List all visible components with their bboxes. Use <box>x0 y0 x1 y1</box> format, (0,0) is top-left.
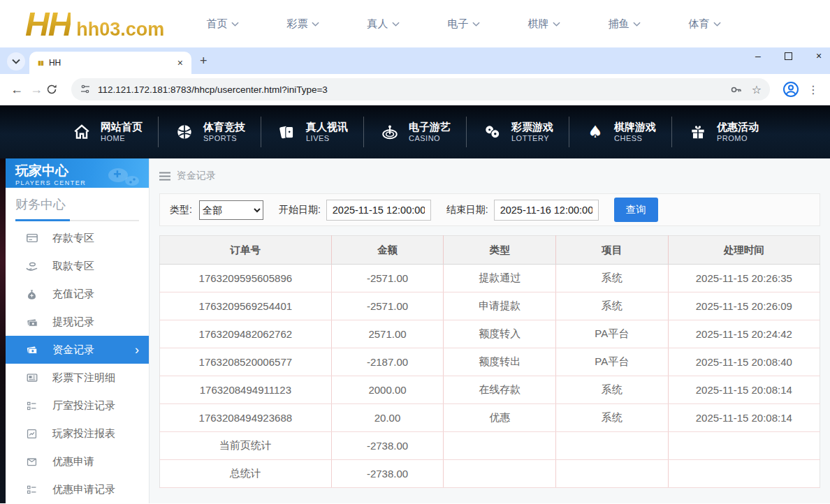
top-nav-item-chess[interactable]: 棋牌 <box>527 17 560 31</box>
money-bag-icon <box>25 288 38 301</box>
profile-avatar-icon[interactable] <box>782 81 799 98</box>
address-bar-actions: ☆ <box>730 83 762 96</box>
page-content: 玩家中心 PLAYERS CENTER 财务中心 存款专区 取款专区 充值记录 <box>0 158 830 503</box>
reload-icon <box>46 84 57 95</box>
sidebar-item-recharge-records[interactable]: 充值记录 <box>6 280 149 308</box>
tab-favicon: ▮▮ <box>38 59 43 66</box>
gamepad-icon <box>103 163 143 188</box>
top-nav-item-fishing[interactable]: 捕鱼 <box>608 17 641 31</box>
minimize-button[interactable]: – <box>752 50 764 61</box>
lottery-balls-icon <box>482 121 503 142</box>
banknote-icon <box>25 343 38 357</box>
top-nav-item-live[interactable]: 真人 <box>367 17 400 31</box>
main-nav-chess[interactable]: ♠ 棋牌游戏CHESS <box>569 121 671 144</box>
sidebar-item-room-bet-records[interactable]: 厅室投注记录 <box>6 392 149 420</box>
sidebar-item-deposit-zone[interactable]: 存款专区 <box>6 224 149 252</box>
sidebar-item-funds-records[interactable]: 资金记录 › <box>6 336 149 364</box>
reload-button[interactable] <box>46 84 66 95</box>
table-row-page-total: 当前页统计-2738.00 <box>160 432 820 460</box>
newspaper-icon <box>25 371 38 385</box>
start-date-input[interactable] <box>326 200 431 221</box>
sidebar-item-withdrawal-records[interactable]: 提现记录 <box>6 308 149 336</box>
sidebar-item-promo-apply-records[interactable]: 优惠申请记录 <box>6 475 149 503</box>
hamburger-icon <box>159 172 170 181</box>
search-button[interactable]: 查询 <box>614 198 658 222</box>
bookmark-star-icon[interactable]: ☆ <box>752 83 762 96</box>
list-icon <box>25 483 38 496</box>
funds-table: 订单号 金额 类型 项目 处理时间 1763209595605896-2571.… <box>159 235 820 488</box>
main-nav-lives[interactable]: 真人视讯LIVES <box>261 121 363 144</box>
password-key-icon[interactable] <box>730 84 742 96</box>
chevron-down-icon <box>633 22 641 27</box>
tab-title: HH <box>49 58 175 68</box>
browser-tab[interactable]: ▮▮ HH × <box>29 52 191 74</box>
sidebar-item-lottery-bet-details[interactable]: 彩票下注明细 <box>6 364 149 392</box>
type-select[interactable]: 全部 <box>199 200 263 220</box>
site-logo[interactable]: HH hh03.com <box>25 5 164 43</box>
logo-hh-text: HH <box>25 5 71 43</box>
sidebar-item-player-bet-report[interactable]: 玩家投注报表 <box>6 420 149 447</box>
playing-cards-icon <box>277 121 298 142</box>
tab-close-icon[interactable]: × <box>175 57 186 68</box>
sidebar-item-promo-apply[interactable]: 优惠申请 <box>6 447 149 475</box>
forward-button[interactable]: → <box>27 82 46 97</box>
site-header: HH hh03.com 首页 彩票 真人 电子 棋牌 捕鱼 体育 <box>0 0 830 47</box>
coupon-icon <box>25 455 38 468</box>
top-nav-item-sports[interactable]: 体育 <box>688 17 721 31</box>
browser-tab-strip: ▮▮ HH × + – × <box>0 47 830 74</box>
chevron-down-icon <box>472 22 480 27</box>
end-date-input[interactable] <box>494 200 599 221</box>
players-center-header: 玩家中心 PLAYERS CENTER <box>6 158 149 188</box>
chevron-down-icon <box>312 22 319 27</box>
url-text: 112.121.172.181:8783/hhcp/usercenter.htm… <box>98 84 328 95</box>
site-info-icon[interactable] <box>80 84 91 95</box>
table-row: 1763208520006577-2187.00额度转出PA平台2025-11-… <box>160 348 820 376</box>
top-nav-item-lottery[interactable]: 彩票 <box>286 17 319 31</box>
col-header-project: 项目 <box>555 236 668 265</box>
site-main-nav: 网站首页HOME 体育竞技SPORTS 真人视讯LIVES 电子游艺CASINO… <box>0 105 830 158</box>
sidebar-item-withdraw-zone[interactable]: 取款专区 <box>6 252 149 280</box>
main-nav-promo[interactable]: 优惠活动PROMO <box>672 121 774 144</box>
chevron-down-icon <box>12 59 20 64</box>
main-nav-casino[interactable]: 电子游艺CASINO <box>364 121 466 144</box>
table-row: 1763209595605896-2571.00提款通过系统2025-11-15… <box>160 265 820 292</box>
table-row-grand-total: 总统计-2738.00 <box>160 460 820 488</box>
sports-ball-icon <box>174 121 195 142</box>
chevron-right-icon: › <box>135 343 139 356</box>
back-button[interactable]: ← <box>7 82 27 97</box>
main-nav-home[interactable]: 网站首页HOME <box>56 121 158 144</box>
chevron-down-icon <box>553 22 560 27</box>
tab-search-button[interactable] <box>7 52 25 71</box>
browser-menu-icon[interactable]: ⋮ <box>808 83 819 96</box>
main-nav-sports[interactable]: 体育竞技SPORTS <box>159 121 261 144</box>
col-header-time: 处理时间 <box>668 236 820 265</box>
new-tab-button[interactable]: + <box>200 54 208 68</box>
maximize-button[interactable] <box>785 52 792 60</box>
type-label: 类型: <box>170 204 192 216</box>
breadcrumb: 资金记录 <box>159 158 820 193</box>
section-divider <box>15 220 139 221</box>
main-nav-lottery[interactable]: 彩票游戏LOTTERY <box>467 121 569 144</box>
close-window-button[interactable]: × <box>813 50 824 61</box>
roulette-icon <box>379 121 400 142</box>
chart-icon <box>25 427 38 440</box>
table-row: 17632094820627622571.00额度转入PA平台2025-11-1… <box>160 320 820 348</box>
top-nav: 首页 彩票 真人 电子 棋牌 捕鱼 体育 <box>206 17 721 31</box>
finance-section: 财务中心 <box>6 188 149 221</box>
sidebar: 玩家中心 PLAYERS CENTER 财务中心 存款专区 取款专区 充值记录 <box>6 158 150 503</box>
col-header-amount: 金额 <box>331 236 444 265</box>
chevron-down-icon <box>713 22 721 27</box>
end-date-label: 结束日期: <box>446 204 488 216</box>
chevron-down-icon <box>392 22 400 27</box>
top-nav-item-slots[interactable]: 电子 <box>447 17 480 31</box>
col-header-type: 类型 <box>444 236 556 265</box>
hand-money-icon <box>25 260 38 273</box>
address-bar[interactable]: 112.121.172.181:8783/hhcp/usercenter.htm… <box>71 78 770 101</box>
table-header-row: 订单号 金额 类型 项目 处理时间 <box>160 236 820 265</box>
chevron-down-icon <box>231 22 239 27</box>
finance-section-title: 财务中心 <box>15 196 139 213</box>
filter-panel: 类型: 全部 开始日期: 结束日期: 查询 <box>159 193 820 226</box>
top-nav-item-home[interactable]: 首页 <box>206 17 239 31</box>
table-row: 176320849492368820.00优惠系统2025-11-15 20:0… <box>160 404 820 432</box>
gift-icon <box>687 121 708 142</box>
